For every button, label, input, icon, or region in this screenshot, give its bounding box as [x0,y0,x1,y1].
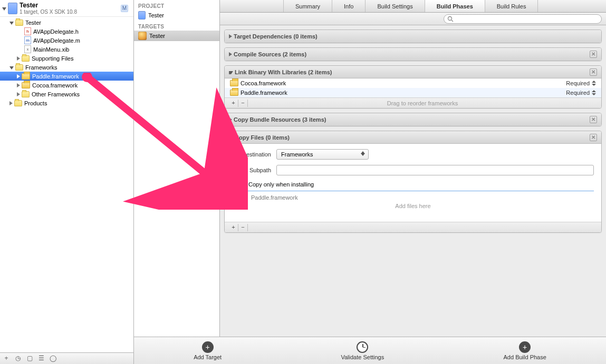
copy-files-drop-area[interactable]: Paddle.framework Add files here [232,191,594,219]
stepper-icon[interactable] [592,81,596,86]
disclosure-triangle-icon[interactable] [229,136,233,140]
tree-label: MainMenu.xib [33,46,69,53]
add-button[interactable]: + [229,224,238,231]
targets-column: PROJECT Tester TARGETS Tester [134,0,220,364]
folder-icon [22,91,30,97]
tab-build-phases[interactable]: Build Phases [425,0,485,12]
phase-header[interactable]: Copy Files (0 items) ✕ [225,131,601,144]
tab-build-rules[interactable]: Build Rules [485,0,538,12]
tree-folder-other-frameworks[interactable]: Other Frameworks [0,90,133,99]
drag-item[interactable]: Paddle.framework [237,194,589,201]
disclosure-triangle-icon[interactable] [229,34,232,38]
tree-folder-frameworks[interactable]: Frameworks [0,63,133,72]
disclosure-triangle-icon[interactable] [9,101,13,105]
modified-badge: M [121,5,128,12]
delete-phase-icon[interactable]: ✕ [590,51,597,58]
tab-summary[interactable]: Summary [283,0,332,12]
library-status[interactable]: Required [566,80,596,86]
destination-select[interactable]: Frameworks [276,149,369,160]
validate-settings-button[interactable]: Validate Settings [341,341,384,360]
remove-button[interactable]: − [238,100,248,107]
library-name: Cocoa.framework [241,80,286,86]
drag-item-label: Paddle.framework [251,194,298,201]
disclosure-triangle-icon[interactable] [17,92,20,96]
library-status[interactable]: Required [566,90,596,96]
tree-file[interactable]: x MainMenu.xib [0,45,133,54]
add-button[interactable]: + [229,100,238,107]
disclosure-triangle-icon[interactable] [229,52,232,56]
phase-title: Compile Sources (2 items) [234,51,306,57]
bottom-action-bar: + Add Target Validate Settings + Add Bui… [134,337,606,364]
search-input[interactable] [456,16,598,22]
phase-header[interactable]: Copy Bundle Resources (3 items) ✕ [225,113,601,126]
phase-copy-files: Copy Files (0 items) ✕ Destination Frame… [224,131,602,233]
phase-header[interactable]: Compile Sources (2 items) ✕ [225,48,601,61]
project-header[interactable]: Tester 1 target, OS X SDK 10.8 M [0,0,133,17]
add-icon[interactable]: + [2,355,11,363]
disclosure-triangle-icon[interactable] [229,117,232,122]
svg-point-0 [448,16,452,20]
tree-folder-tester[interactable]: Tester [0,18,133,27]
destination-value: Frameworks [281,151,313,158]
disclosure-triangle-icon[interactable] [2,7,6,11]
phase-footer: + − [225,222,601,232]
subpath-input[interactable] [276,165,594,175]
library-row[interactable]: Paddle.framework Required [225,88,601,97]
tree-label: Tester [25,19,41,26]
phase-compile-sources: Compile Sources (2 items) ✕ [224,47,602,61]
phase-link-binary: Link Binary With Libraries (2 items) ✕ C… [224,65,602,109]
tree-file[interactable]: h AVAppDelegate.h [0,27,133,36]
plus-icon: + [519,341,531,353]
disclosure-triangle-icon[interactable] [17,74,20,78]
tree-folder-supporting[interactable]: Supporting Files [0,54,133,63]
framework-icon [230,80,238,86]
framework-icon [230,90,238,96]
xcodeproj-icon [138,11,146,19]
checkbox-input[interactable] [238,181,245,188]
build-phases: Target Dependencies (0 items) Compile So… [220,25,606,364]
disclosure-triangle-icon[interactable] [9,66,14,70]
remove-button[interactable]: − [238,224,248,231]
stepper-icon[interactable] [592,90,596,95]
tree-framework-paddle[interactable]: Paddle.framework [0,72,133,81]
project-row[interactable]: Tester [134,10,219,21]
add-build-phase-button[interactable]: + Add Build Phase [504,341,546,360]
disclosure-triangle-icon[interactable] [229,71,233,74]
tree-label: AVAppDelegate.m [33,37,80,44]
delete-phase-icon[interactable]: ✕ [590,116,597,123]
phase-header[interactable]: Target Dependencies (0 items) [225,30,601,43]
library-row[interactable]: Cocoa.framework Required [225,78,601,88]
copy-files-body: Destination Frameworks Subpath Copy only… [225,144,601,222]
disclosure-triangle-icon[interactable] [17,83,20,87]
tree-file[interactable]: m AVAppDelegate.m [0,36,133,45]
project-section-header: PROJECT [134,0,219,10]
footer-hint: Drag to reorder frameworks [248,100,597,106]
delete-phase-icon[interactable]: ✕ [590,68,597,76]
folder-icon [15,64,23,71]
navigator-footer: + ◷ ▢ ☰ ◯ [0,352,133,364]
tab-info[interactable]: Info [332,0,365,12]
search-field[interactable] [444,14,602,24]
tree-label: AVAppDelegate.h [33,28,79,35]
filter-icon[interactable]: ☰ [37,355,45,363]
impl-file-icon: m [24,36,31,44]
library-name: Paddle.framework [241,90,287,96]
tree-label: Frameworks [25,64,57,71]
copy-only-when-installing[interactable]: Copy only when installing [238,181,594,188]
delete-phase-icon[interactable]: ✕ [590,134,597,141]
target-row[interactable]: Tester [134,31,219,41]
tree-folder-products[interactable]: Products [0,99,133,107]
search-bar [220,13,606,25]
tree-label: Supporting Files [32,55,74,62]
tab-build-settings[interactable]: Build Settings [365,0,425,12]
tree-framework-cocoa[interactable]: Cocoa.framework [0,81,133,90]
add-target-button[interactable]: + Add Target [194,341,222,360]
disclosure-triangle-icon[interactable] [9,22,14,25]
framework-icon [237,194,246,201]
phase-header[interactable]: Link Binary With Libraries (2 items) ✕ [225,66,601,78]
recent-icon[interactable]: ◷ [14,355,22,363]
disclosure-triangle-icon[interactable] [17,56,20,61]
scm-icon[interactable]: ▢ [25,355,34,363]
tree-label: Other Frameworks [32,91,80,97]
filter2-icon[interactable]: ◯ [49,355,57,363]
